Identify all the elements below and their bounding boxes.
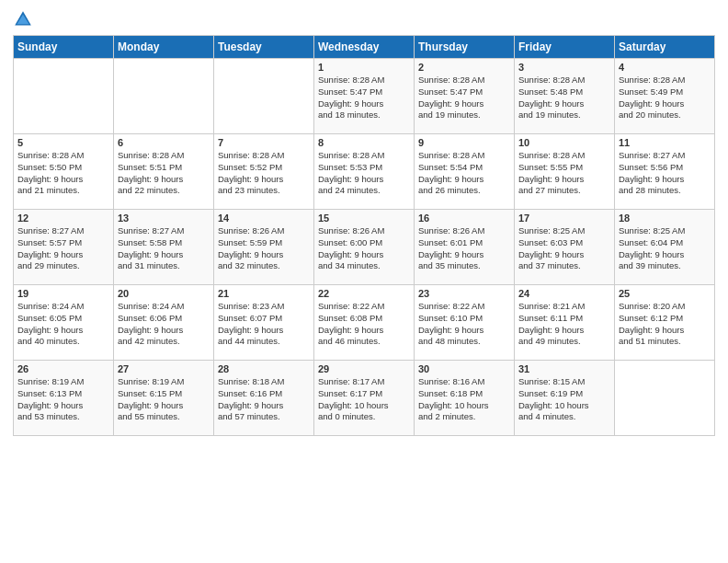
day-number: 2 <box>418 62 510 73</box>
day-number: 1 <box>318 62 410 73</box>
day-number: 15 <box>318 213 410 224</box>
day-number: 23 <box>418 288 510 299</box>
weekday-header-saturday: Saturday <box>615 36 715 59</box>
day-number: 29 <box>318 363 410 374</box>
day-cell: 16Sunrise: 8:26 AM Sunset: 6:01 PM Dayli… <box>415 210 515 285</box>
week-row-5: 26Sunrise: 8:19 AM Sunset: 6:13 PM Dayli… <box>14 361 715 436</box>
day-detail: Sunrise: 8:28 AM Sunset: 5:54 PM Dayligh… <box>418 150 510 197</box>
day-number: 30 <box>418 363 510 374</box>
day-cell: 21Sunrise: 8:23 AM Sunset: 6:07 PM Dayli… <box>214 285 314 361</box>
day-number: 14 <box>218 213 310 224</box>
day-number: 18 <box>619 213 711 224</box>
day-cell: 12Sunrise: 8:27 AM Sunset: 5:57 PM Dayli… <box>14 210 114 285</box>
day-cell <box>214 59 314 134</box>
day-cell: 25Sunrise: 8:20 AM Sunset: 6:12 PM Dayli… <box>615 285 715 361</box>
day-cell: 28Sunrise: 8:18 AM Sunset: 6:16 PM Dayli… <box>214 361 314 436</box>
day-cell <box>14 59 114 134</box>
day-cell: 22Sunrise: 8:22 AM Sunset: 6:08 PM Dayli… <box>314 285 415 361</box>
day-cell: 8Sunrise: 8:28 AM Sunset: 5:53 PM Daylig… <box>314 134 415 210</box>
day-detail: Sunrise: 8:26 AM Sunset: 6:01 PM Dayligh… <box>418 225 510 272</box>
day-number: 25 <box>619 288 711 299</box>
day-detail: Sunrise: 8:28 AM Sunset: 5:47 PM Dayligh… <box>418 75 510 121</box>
day-cell: 10Sunrise: 8:28 AM Sunset: 5:55 PM Dayli… <box>515 134 615 210</box>
day-detail: Sunrise: 8:28 AM Sunset: 5:50 PM Dayligh… <box>17 150 109 197</box>
day-detail: Sunrise: 8:26 AM Sunset: 6:00 PM Dayligh… <box>318 225 410 272</box>
day-detail: Sunrise: 8:16 AM Sunset: 6:18 PM Dayligh… <box>418 376 510 423</box>
calendar-table: SundayMondayTuesdayWednesdayThursdayFrid… <box>13 35 715 436</box>
day-cell: 18Sunrise: 8:25 AM Sunset: 6:04 PM Dayli… <box>615 210 715 285</box>
day-cell: 30Sunrise: 8:16 AM Sunset: 6:18 PM Dayli… <box>415 361 515 436</box>
week-row-3: 12Sunrise: 8:27 AM Sunset: 5:57 PM Dayli… <box>14 210 715 285</box>
day-detail: Sunrise: 8:21 AM Sunset: 6:11 PM Dayligh… <box>518 301 610 348</box>
day-detail: Sunrise: 8:25 AM Sunset: 6:04 PM Dayligh… <box>619 225 711 272</box>
day-detail: Sunrise: 8:22 AM Sunset: 6:10 PM Dayligh… <box>418 301 510 348</box>
weekday-header-monday: Monday <box>114 36 214 59</box>
day-number: 24 <box>518 288 610 299</box>
day-number: 8 <box>318 137 410 148</box>
day-detail: Sunrise: 8:27 AM Sunset: 5:58 PM Dayligh… <box>118 225 210 272</box>
day-number: 9 <box>418 137 510 148</box>
day-detail: Sunrise: 8:25 AM Sunset: 6:03 PM Dayligh… <box>518 225 610 272</box>
day-detail: Sunrise: 8:17 AM Sunset: 6:17 PM Dayligh… <box>318 376 410 423</box>
day-cell: 9Sunrise: 8:28 AM Sunset: 5:54 PM Daylig… <box>415 134 515 210</box>
day-cell: 5Sunrise: 8:28 AM Sunset: 5:50 PM Daylig… <box>14 134 114 210</box>
day-cell: 4Sunrise: 8:28 AM Sunset: 5:49 PM Daylig… <box>615 59 715 134</box>
day-number: 5 <box>17 137 109 148</box>
week-row-4: 19Sunrise: 8:24 AM Sunset: 6:05 PM Dayli… <box>14 285 715 361</box>
day-number: 7 <box>218 137 310 148</box>
day-cell: 24Sunrise: 8:21 AM Sunset: 6:11 PM Dayli… <box>515 285 615 361</box>
page-container: SundayMondayTuesdayWednesdayThursdayFrid… <box>0 0 728 442</box>
day-detail: Sunrise: 8:24 AM Sunset: 6:06 PM Dayligh… <box>118 301 210 348</box>
logo <box>13 9 37 29</box>
day-cell: 31Sunrise: 8:15 AM Sunset: 6:19 PM Dayli… <box>515 361 615 436</box>
day-number: 28 <box>218 363 310 374</box>
day-detail: Sunrise: 8:28 AM Sunset: 5:51 PM Dayligh… <box>118 150 210 197</box>
day-number: 6 <box>118 137 210 148</box>
day-cell: 3Sunrise: 8:28 AM Sunset: 5:48 PM Daylig… <box>515 59 615 134</box>
day-detail: Sunrise: 8:18 AM Sunset: 6:16 PM Dayligh… <box>218 376 310 423</box>
week-row-1: 1Sunrise: 8:28 AM Sunset: 5:47 PM Daylig… <box>14 59 715 134</box>
weekday-header-tuesday: Tuesday <box>214 36 314 59</box>
day-cell: 23Sunrise: 8:22 AM Sunset: 6:10 PM Dayli… <box>415 285 515 361</box>
day-detail: Sunrise: 8:27 AM Sunset: 5:57 PM Dayligh… <box>17 225 109 272</box>
day-cell: 7Sunrise: 8:28 AM Sunset: 5:52 PM Daylig… <box>214 134 314 210</box>
day-number: 3 <box>518 62 610 73</box>
day-cell: 15Sunrise: 8:26 AM Sunset: 6:00 PM Dayli… <box>314 210 415 285</box>
day-detail: Sunrise: 8:28 AM Sunset: 5:48 PM Dayligh… <box>518 75 610 121</box>
day-cell: 19Sunrise: 8:24 AM Sunset: 6:05 PM Dayli… <box>14 285 114 361</box>
day-cell: 17Sunrise: 8:25 AM Sunset: 6:03 PM Dayli… <box>515 210 615 285</box>
day-detail: Sunrise: 8:19 AM Sunset: 6:15 PM Dayligh… <box>118 376 210 423</box>
day-cell: 29Sunrise: 8:17 AM Sunset: 6:17 PM Dayli… <box>314 361 415 436</box>
day-number: 11 <box>619 137 711 148</box>
day-cell: 1Sunrise: 8:28 AM Sunset: 5:47 PM Daylig… <box>314 59 415 134</box>
day-cell: 20Sunrise: 8:24 AM Sunset: 6:06 PM Dayli… <box>114 285 214 361</box>
day-number: 27 <box>118 363 210 374</box>
day-detail: Sunrise: 8:23 AM Sunset: 6:07 PM Dayligh… <box>218 301 310 348</box>
day-detail: Sunrise: 8:28 AM Sunset: 5:52 PM Dayligh… <box>218 150 310 197</box>
weekday-header-row: SundayMondayTuesdayWednesdayThursdayFrid… <box>14 36 715 59</box>
weekday-header-sunday: Sunday <box>14 36 114 59</box>
week-row-2: 5Sunrise: 8:28 AM Sunset: 5:50 PM Daylig… <box>14 134 715 210</box>
day-number: 10 <box>518 137 610 148</box>
day-cell: 27Sunrise: 8:19 AM Sunset: 6:15 PM Dayli… <box>114 361 214 436</box>
weekday-header-thursday: Thursday <box>415 36 515 59</box>
day-number: 22 <box>318 288 410 299</box>
day-number: 21 <box>218 288 310 299</box>
day-cell: 6Sunrise: 8:28 AM Sunset: 5:51 PM Daylig… <box>114 134 214 210</box>
day-detail: Sunrise: 8:28 AM Sunset: 5:53 PM Dayligh… <box>318 150 410 197</box>
day-number: 26 <box>17 363 109 374</box>
day-number: 16 <box>418 213 510 224</box>
day-cell: 11Sunrise: 8:27 AM Sunset: 5:56 PM Dayli… <box>615 134 715 210</box>
day-detail: Sunrise: 8:28 AM Sunset: 5:47 PM Dayligh… <box>318 75 410 121</box>
day-detail: Sunrise: 8:19 AM Sunset: 6:13 PM Dayligh… <box>17 376 109 423</box>
day-number: 13 <box>118 213 210 224</box>
day-cell <box>114 59 214 134</box>
day-number: 4 <box>619 62 711 73</box>
day-number: 31 <box>518 363 610 374</box>
day-detail: Sunrise: 8:15 AM Sunset: 6:19 PM Dayligh… <box>518 376 610 423</box>
day-detail: Sunrise: 8:20 AM Sunset: 6:12 PM Dayligh… <box>619 301 711 348</box>
day-detail: Sunrise: 8:28 AM Sunset: 5:49 PM Dayligh… <box>619 75 711 121</box>
weekday-header-wednesday: Wednesday <box>314 36 415 59</box>
day-number: 19 <box>17 288 109 299</box>
day-detail: Sunrise: 8:24 AM Sunset: 6:05 PM Dayligh… <box>17 301 109 348</box>
